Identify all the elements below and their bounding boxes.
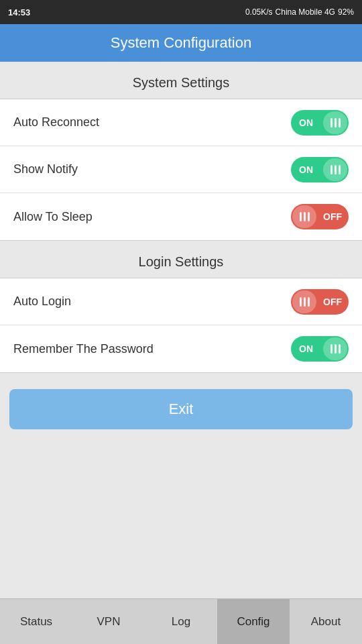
- status-time: 14:53: [8, 7, 30, 17]
- auto-reconnect-label: Auto Reconnect: [13, 115, 99, 129]
- nav-about-label: About: [311, 615, 341, 629]
- remember-password-label: Remember The Password: [13, 342, 154, 356]
- nav-vpn[interactable]: VPN: [72, 599, 145, 644]
- auto-login-row: Auto Login OFF: [0, 278, 362, 325]
- show-notify-knob: [323, 158, 347, 181]
- carrier: China Mobile 4G: [276, 7, 335, 17]
- allow-sleep-toggle[interactable]: OFF: [291, 204, 349, 229]
- nav-log-label: Log: [172, 615, 190, 629]
- allow-sleep-knob: [292, 205, 316, 228]
- status-right: 0.05K/s China Mobile 4G 92%: [245, 7, 354, 17]
- nav-config[interactable]: Config: [217, 599, 290, 644]
- main-content: System Settings Auto Reconnect ON Show N…: [0, 62, 362, 445]
- nav-vpn-label: VPN: [97, 615, 121, 629]
- auto-login-toggle[interactable]: OFF: [291, 289, 349, 315]
- allow-sleep-label: Allow To Sleep: [13, 210, 93, 224]
- nav-log[interactable]: Log: [145, 599, 217, 644]
- network-speed: 0.05K/s: [245, 7, 273, 17]
- login-settings-title: Login Settings: [0, 241, 362, 278]
- auto-login-knob: [292, 290, 316, 313]
- header-title: System Configuration: [111, 34, 251, 52]
- auto-login-label: Auto Login: [13, 294, 71, 309]
- nav-config-label: Config: [237, 615, 269, 629]
- allow-sleep-toggle-text: OFF: [323, 211, 342, 222]
- allow-sleep-row: Allow To Sleep OFF: [0, 193, 362, 240]
- remember-password-row: Remember The Password ON: [0, 325, 362, 372]
- remember-password-knob: [323, 337, 347, 360]
- login-settings-card: Auto Login OFF Remember The Password ON: [0, 278, 362, 373]
- remember-password-toggle[interactable]: ON: [291, 336, 349, 362]
- status-bar: 14:53 0.05K/s China Mobile 4G 92%: [0, 0, 362, 24]
- auto-login-toggle-text: OFF: [323, 297, 342, 307]
- nav-status[interactable]: Status: [0, 599, 72, 644]
- auto-reconnect-toggle-text: ON: [299, 117, 313, 128]
- bottom-nav: Status VPN Log Config About: [0, 598, 362, 644]
- auto-reconnect-toggle[interactable]: ON: [291, 110, 349, 136]
- exit-btn-container: Exit: [0, 373, 362, 445]
- show-notify-row: Show Notify ON: [0, 146, 362, 193]
- show-notify-label: Show Notify: [13, 162, 78, 176]
- app-header: System Configuration: [0, 24, 362, 62]
- auto-reconnect-knob: [323, 111, 347, 134]
- system-settings-card: Auto Reconnect ON Show Notify ON: [0, 99, 362, 241]
- show-notify-toggle[interactable]: ON: [291, 157, 349, 182]
- remember-password-toggle-text: ON: [299, 343, 313, 354]
- nav-about[interactable]: About: [290, 599, 362, 644]
- system-settings-title: System Settings: [0, 62, 362, 99]
- battery: 92%: [338, 7, 354, 17]
- show-notify-toggle-text: ON: [299, 164, 313, 175]
- exit-button[interactable]: Exit: [9, 389, 353, 429]
- auto-reconnect-row: Auto Reconnect ON: [0, 99, 362, 146]
- nav-status-label: Status: [20, 615, 52, 629]
